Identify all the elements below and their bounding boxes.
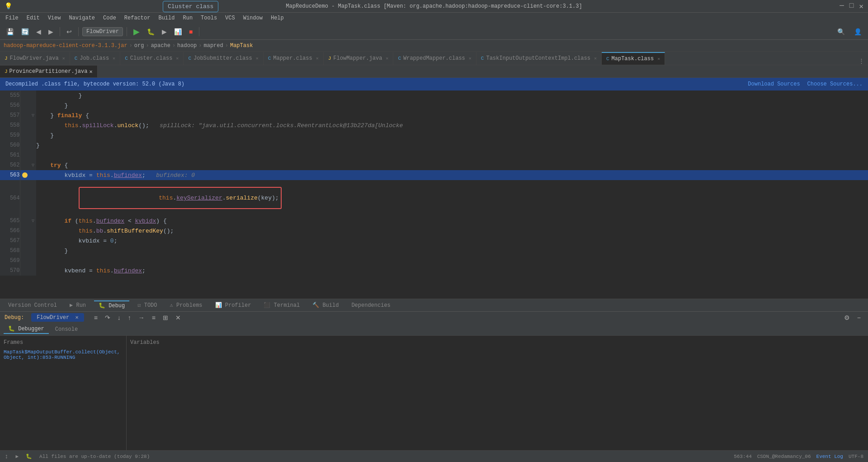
tab-taskinput-close[interactable]: ✕ <box>594 56 597 61</box>
tab-job[interactable]: C Job.class ✕ <box>70 52 120 65</box>
bottom-tab-debug[interactable]: 🐛 Debug <box>94 300 129 310</box>
tab-flowdriver-close[interactable]: ✕ <box>62 56 65 61</box>
breadcrumb-mapred[interactable]: mapred <box>204 43 223 49</box>
breadcrumb-jar[interactable]: hadoop-mapreduce-client-core-3.1.3.jar <box>4 43 127 49</box>
debug-restore-layout[interactable]: ⊞ <box>160 313 171 322</box>
tab-wrappedmapper-close[interactable]: ✕ <box>469 56 472 61</box>
variables-panel: Variables <box>127 336 868 462</box>
frame-item[interactable]: MapTask$MapOutputBuffer.collect(Object, … <box>4 348 123 361</box>
coverage-button[interactable]: ▶ <box>159 27 170 36</box>
tab-jobsubmitter[interactable]: C JobSubmitter.class ✕ <box>184 52 263 65</box>
search-button[interactable]: 🔍 <box>835 27 848 36</box>
tab-wrappedmapper[interactable]: C WrappedMapper.class ✕ <box>393 52 476 65</box>
toolbar-undo[interactable]: ↩ <box>64 27 75 36</box>
tab-flowmapper[interactable]: J FlowMapper.java ✕ <box>324 52 394 65</box>
toolbar-back[interactable]: ◀ <box>33 27 44 36</box>
bottom-tab-terminal[interactable]: ⬛ Terminal <box>259 301 304 310</box>
tab-mapper-close[interactable]: ✕ <box>316 56 319 61</box>
bottom-tab-build[interactable]: 🔨 Build <box>308 301 343 310</box>
minimize-button[interactable]: ─ <box>840 2 844 11</box>
event-log-link[interactable]: Event Log <box>816 454 843 459</box>
console-tab[interactable]: Console <box>51 325 82 333</box>
frames-title: Frames <box>4 339 123 346</box>
debug-show-frames[interactable]: ≡ <box>91 313 100 322</box>
fold-557: ▽ <box>30 110 36 120</box>
encoding[interactable]: UTF-8 <box>849 454 863 459</box>
bottom-tab-todo[interactable]: ☑ TODO <box>133 301 161 310</box>
breakpoint-563[interactable] <box>22 172 28 178</box>
gutter-562 <box>20 160 30 170</box>
run-config-dropdown[interactable]: FlowDriver <box>82 27 123 36</box>
debug-evaluate[interactable]: ≡ <box>149 313 158 322</box>
menu-code[interactable]: Code <box>99 14 120 22</box>
tab-cluster-close[interactable]: ✕ <box>176 56 179 61</box>
debugger-tab[interactable]: 🐛 Debugger <box>4 324 49 334</box>
tab-mapper[interactable]: C Mapper.class ✕ <box>264 52 324 65</box>
debug-minimize[interactable]: − <box>854 313 863 322</box>
menu-refactor[interactable]: Refactor <box>121 14 154 22</box>
toolbar-forward[interactable]: ▶ <box>46 27 56 36</box>
code-scroll-area[interactable]: 555 } 556 } 557 ▽ <box>0 90 868 299</box>
tab-job-close[interactable]: ✕ <box>113 56 115 61</box>
code-564: this.keySerializer.serialize(key); <box>36 180 868 216</box>
debug-settings[interactable]: ⚙ <box>841 313 853 322</box>
debug-step-over[interactable]: ↷ <box>102 313 113 322</box>
settings-button[interactable]: 👤 <box>851 27 864 36</box>
tabs-more-button[interactable]: ⋮ <box>855 57 868 65</box>
close-button[interactable]: ✕ <box>859 2 863 11</box>
menu-run[interactable]: Run <box>179 14 196 22</box>
menu-vcs[interactable]: VCS <box>222 14 239 22</box>
maximize-button[interactable]: □ <box>849 2 854 11</box>
debug-run-to-cursor[interactable]: → <box>136 313 147 322</box>
code-569 <box>36 256 868 266</box>
status-message: All files are up-to-date (today 9:28) <box>39 454 150 459</box>
province-icon: J <box>5 69 8 74</box>
breadcrumb-org[interactable]: org <box>134 43 144 49</box>
debug-step-out[interactable]: ↑ <box>125 313 134 322</box>
toolbar-sync[interactable]: 🔄 <box>19 27 32 36</box>
bottom-tab-run[interactable]: ▶ Run <box>65 301 90 310</box>
menu-file[interactable]: File <box>2 14 22 22</box>
stop-button[interactable]: ■ <box>186 27 195 36</box>
breadcrumb-hadoop[interactable]: hadoop <box>177 43 197 49</box>
download-sources-link[interactable]: Download Sources <box>748 81 800 87</box>
menu-help[interactable]: Help <box>267 14 288 22</box>
bottom-tab-problems[interactable]: ⚠ Problems <box>165 301 207 310</box>
menu-edit[interactable]: Edit <box>23 14 43 22</box>
tab-flowmapper-close[interactable]: ✕ <box>386 56 388 61</box>
tab-cluster[interactable]: C Cluster.class ✕ <box>120 52 184 65</box>
tab-maptask[interactable]: C MapTask.class ✕ <box>602 52 665 65</box>
menu-view[interactable]: View <box>44 14 65 22</box>
bottom-tab-dependencies[interactable]: Dependencies <box>347 301 395 310</box>
tab-jobsubmitter-close[interactable]: ✕ <box>256 56 259 61</box>
line-num-557: 557 <box>0 110 20 120</box>
tab-maptask-close[interactable]: ✕ <box>657 56 660 62</box>
debug-session-close[interactable]: ✕ <box>75 314 78 321</box>
editor-wrapper: 555 } 556 } 557 ▽ <box>0 90 868 299</box>
profile-button[interactable]: 📊 <box>171 27 184 36</box>
menu-tools[interactable]: Tools <box>197 14 221 22</box>
decompiled-links: Download Sources Choose Sources... <box>748 81 863 87</box>
toolbar-save-all[interactable]: 💾 <box>4 27 17 36</box>
bottom-tab-profiler[interactable]: 📊 Profiler <box>211 301 256 310</box>
breadcrumb-apache[interactable]: apache <box>151 43 170 49</box>
debug-button[interactable]: 🐛 <box>144 27 157 36</box>
tab-taskinputoutput[interactable]: C TaskInputOutputContextImpl.class ✕ <box>476 52 602 65</box>
menu-navigate[interactable]: Navigate <box>65 14 99 22</box>
tab-flowdriver[interactable]: J FlowDriver.java ✕ <box>0 52 70 65</box>
code-560: } <box>36 140 868 150</box>
choose-sources-link[interactable]: Choose Sources... <box>807 81 863 87</box>
tab-provincepartitioner[interactable]: J ProvincePartitioner.java ✕ <box>0 66 98 77</box>
code-557: } finally { <box>36 110 868 120</box>
menu-window[interactable]: Window <box>240 14 266 22</box>
tab-province-close[interactable]: ✕ <box>89 68 92 75</box>
run-button[interactable]: ▶ <box>131 26 142 38</box>
breadcrumb-maptask[interactable]: MapTask <box>230 43 253 49</box>
debug-step-into[interactable]: ↓ <box>115 313 123 322</box>
debug-session-tab[interactable]: FlowDriver ✕ <box>31 313 84 322</box>
debug-close[interactable]: ✕ <box>173 313 184 322</box>
gutter-567 <box>20 236 30 246</box>
window-controls[interactable]: ─ □ ✕ <box>840 2 863 11</box>
menu-build[interactable]: Build <box>155 14 178 22</box>
bottom-tab-version-control[interactable]: Version Control <box>4 301 61 310</box>
